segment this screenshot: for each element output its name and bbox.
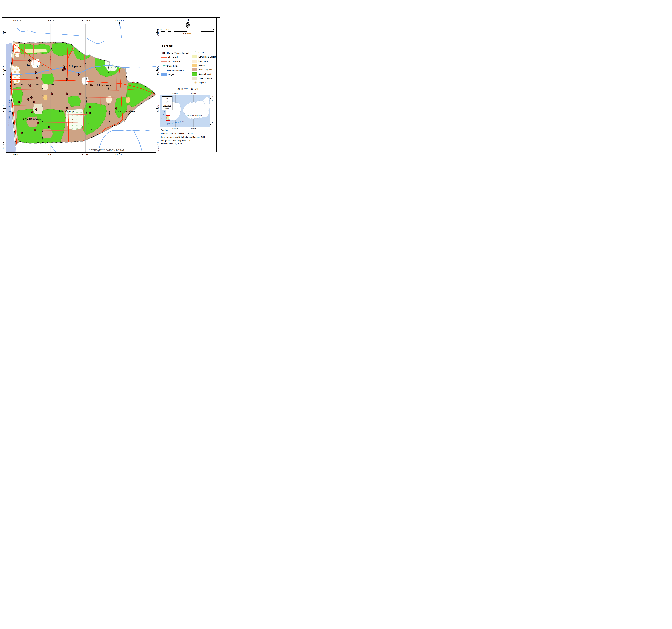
legend-symbol — [160, 68, 167, 72]
scale-tick-label: 2 — [187, 28, 188, 30]
legend-item-label: Jalan Kolektor — [167, 60, 181, 63]
graticule-tick — [119, 22, 120, 24]
inset-province-label: Prov. Nusa Tenggara Barat — [186, 115, 202, 116]
scale-tick-label: 0.5 — [166, 28, 169, 30]
sample-point — [30, 96, 32, 99]
sea-label: Selat Lombok — [8, 99, 12, 127]
legend-item-label: Makam — [198, 64, 205, 67]
legend-item-label: Jalan Arteri — [167, 56, 178, 59]
sample-point — [48, 126, 50, 128]
sample-point — [66, 78, 68, 80]
source-line: Batas Administrasi Kota Mataram, Bappeda… — [161, 135, 205, 139]
legend-item-sawah: Sawah Irigasi — [192, 72, 217, 76]
sample-point — [51, 93, 53, 95]
graticule-tick — [119, 152, 120, 154]
map-layout-page: Kec.AmpenanKec.SelaparangKec.Cakranegara… — [0, 0, 222, 157]
sample-point — [18, 101, 20, 103]
top-coord-label: 116°7'30"E — [80, 19, 90, 22]
scale-bar-unit: Kilometer — [160, 32, 215, 35]
inset-mini-scale-numbers: 0 5 10 20 30 40 — [164, 105, 171, 106]
inset-title: ORIENTASI LOKASI — [159, 88, 216, 90]
legend-symbol — [160, 51, 167, 55]
kebun-swatch-pattern — [192, 51, 197, 54]
panel-divider-2 — [159, 87, 216, 87]
legend-item-label: Kebun — [198, 51, 205, 54]
inset-map: U 0 5 10 20 30 40 Kilometer Selat Lombok — [160, 95, 210, 126]
legend-swatch-tegalan — [192, 81, 197, 84]
legend-symbol — [160, 64, 167, 68]
district-label: Kec.Sekarbela — [23, 117, 41, 120]
inset-mini-scale-unit: Kilometer — [165, 108, 170, 109]
legend-item-label: Kompleks Bandara — [198, 56, 216, 58]
graticule-tick — [16, 152, 17, 154]
legend-item-label: Batas Kota — [167, 65, 177, 67]
scale-bar-segment — [171, 31, 174, 32]
source-line: Peta Rupabumi Indonesia 1:250.000 — [161, 132, 205, 135]
legend-item-kebun: Kebun — [192, 50, 217, 54]
top-coord-label: 116°4'30"E — [11, 19, 21, 22]
inset-tick — [210, 98, 211, 99]
inset-top-coord: 116°0'0"E — [172, 93, 178, 94]
compass-rose-icon — [184, 21, 192, 28]
legend-item-label: Sawah Irigasi — [198, 73, 211, 75]
scale-bar-segment — [174, 31, 188, 32]
legend-symbol-batas-kecamatan-icon — [160, 68, 167, 72]
top-coord-label: 116°6'0"E — [46, 19, 54, 22]
sample-point — [78, 73, 80, 75]
top-coord-label: 116°9'0"E — [115, 19, 124, 22]
legend-swatch-lapangan — [192, 60, 197, 63]
outside-region-label: KABUPATEN LOMBOK BARAT — [89, 149, 124, 152]
legend-item-batas-kecamatan: Batas Kecamatan — [160, 68, 190, 72]
inset-mini-frame: U 0 5 10 20 30 40 Kilometer — [162, 96, 172, 110]
legend-symbol-kolektor-icon — [160, 60, 167, 63]
district-label: Kec.Sandubaya — [117, 110, 136, 113]
graticule-tick — [4, 32, 6, 32]
graticule-tick — [156, 70, 158, 71]
legend-item-label: Sungai — [167, 73, 174, 76]
legend-item-label: Lapangan — [198, 60, 208, 62]
sample-point — [34, 129, 36, 131]
legend-symbol-sungai-icon — [160, 73, 167, 76]
scale-bar-segment — [168, 31, 171, 32]
inset-tick — [193, 94, 193, 95]
main-map-canvas: Kec.AmpenanKec.SelaparangKec.Cakranegara… — [6, 24, 156, 152]
sample-point — [33, 101, 35, 103]
legend-swatch-kebun — [192, 51, 197, 54]
district-label: Kec.Mataram — [59, 110, 75, 113]
sample-point — [89, 112, 91, 114]
source-line: Interpretasi Citra Bingmaps, 2013 — [161, 139, 205, 142]
legend-item-batas-kota: Batas Kota — [160, 64, 190, 68]
legend-item-label: Rumah Tangga Sampel — [167, 52, 189, 54]
sample-point — [37, 122, 39, 124]
scale-bar-bar — [161, 30, 214, 32]
legend-item-label: Batas Kecamatan — [167, 69, 184, 71]
legend-item-label: Tanah Kosong — [198, 77, 212, 79]
side-panel: U Kilometer 00.51234 — [159, 18, 217, 152]
sample-point — [21, 132, 23, 134]
legend-item-bandara: Kompleks Bandara — [192, 55, 217, 59]
legend-item-point: Rumah Tangga Sampel — [160, 51, 190, 55]
graticule-tick — [156, 109, 158, 109]
tanah-kosong-patch — [33, 103, 43, 114]
scale-bar-segment — [188, 31, 201, 32]
legend-swatch-makam — [192, 64, 197, 67]
inset-north-label: U — [166, 97, 168, 100]
legend-symbol-arteri-icon — [160, 55, 167, 59]
sample-point — [35, 71, 37, 73]
main-map-frame: Kec.AmpenanKec.SelaparangKec.Cakranegara… — [6, 24, 157, 153]
graticule-tick — [156, 146, 158, 147]
legend-symbol — [160, 73, 167, 76]
inset-tick — [210, 124, 211, 125]
source-line: Survei Lapangan, 2020 — [161, 142, 205, 145]
legend-symbol — [160, 60, 167, 63]
legend-symbol-point-icon — [160, 51, 167, 55]
legend-item-tegalan: Tegalan — [192, 81, 217, 85]
scale-tick-label: 4 — [213, 28, 214, 30]
legend-item-blok: Blok Bangunan — [192, 68, 217, 72]
graticule-tick — [85, 22, 85, 24]
graticule-tick — [156, 32, 158, 32]
source-title: Sumber: — [161, 129, 205, 132]
scale-tick-label: 0 — [161, 28, 162, 30]
sample-point — [37, 77, 39, 79]
scale-tick-label: 3 — [200, 28, 201, 30]
